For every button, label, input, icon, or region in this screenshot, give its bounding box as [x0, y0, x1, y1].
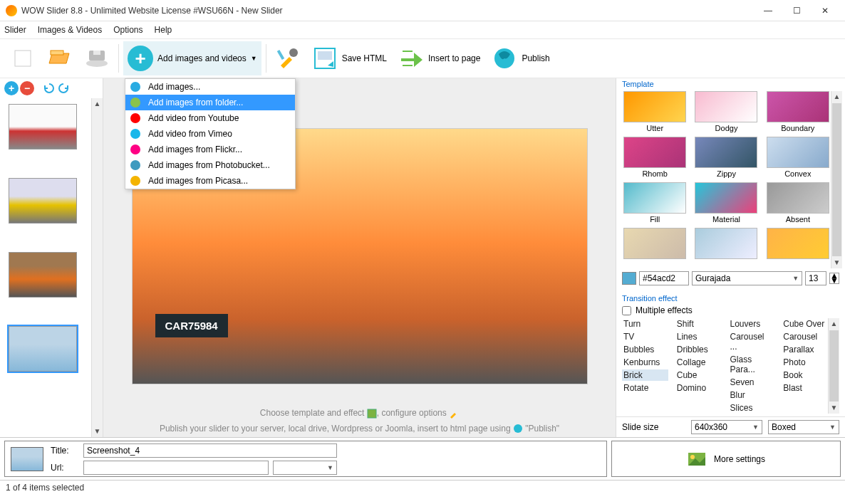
- scroll-down-icon[interactable]: ▼: [92, 426, 103, 437]
- color-input[interactable]: [639, 271, 689, 285]
- thumbnail-item[interactable]: [9, 178, 77, 224]
- slide-caption: CAR75984: [155, 314, 228, 337]
- scroll-up-icon[interactable]: ▲: [829, 318, 839, 330]
- effects-section-label: Transition effect: [616, 293, 845, 303]
- more-settings-button[interactable]: More settings: [611, 441, 841, 477]
- multiple-effects-checkbox[interactable]: [622, 306, 631, 315]
- dropdown-item[interactable]: Add images from Picasa...: [125, 173, 295, 189]
- effect-item[interactable]: Rotate: [622, 382, 668, 394]
- slide-size-row: Slide size 640x360▼ Boxed▼: [616, 416, 845, 437]
- effect-item[interactable]: Book: [782, 369, 828, 381]
- effect-item[interactable]: Parallax: [782, 344, 828, 355]
- template-convex[interactable]: Convex: [765, 137, 831, 178]
- font-select[interactable]: Gurajada▼: [692, 271, 802, 285]
- dropdown-item[interactable]: Add video from Youtube: [125, 110, 295, 126]
- save-button-icon[interactable]: [80, 41, 114, 75]
- dropdown-caret-icon[interactable]: ▼: [251, 55, 257, 62]
- publish-label: Publish: [522, 53, 549, 63]
- thumbnail-item[interactable]: [9, 104, 77, 149]
- effect-item[interactable]: Brick: [622, 369, 668, 381]
- remove-slide-button[interactable]: −: [20, 81, 34, 95]
- window-title: WOW Slider 8.8 - Unlimited Website Licen…: [21, 6, 754, 16]
- maximize-button[interactable]: ☐: [782, 1, 811, 21]
- url-label: Url:: [51, 463, 79, 473]
- effect-item[interactable]: Blast: [782, 382, 828, 394]
- url-input[interactable]: [83, 461, 269, 475]
- scroll-up-icon[interactable]: ▲: [92, 98, 103, 110]
- effect-item[interactable]: Turn: [622, 318, 668, 330]
- menu-item-label: Add video from Vimeo: [148, 129, 232, 139]
- slide-size-select[interactable]: 640x360▼: [691, 420, 762, 434]
- scroll-down-icon[interactable]: ▼: [831, 257, 842, 268]
- template-absent[interactable]: Absent: [765, 182, 831, 224]
- scroll-up-icon[interactable]: ▲: [831, 91, 842, 103]
- effect-item[interactable]: Seven: [729, 377, 775, 388]
- menu-item-icon: [130, 81, 141, 93]
- effect-item[interactable]: Glass Para...: [729, 354, 775, 375]
- dropdown-item[interactable]: Add images...: [125, 79, 295, 95]
- thumbnail-item-selected[interactable]: [9, 326, 77, 372]
- title-input[interactable]: [83, 443, 337, 458]
- rotate-right-button[interactable]: [57, 82, 70, 95]
- template-extra2[interactable]: [693, 228, 759, 261]
- template-dodgy[interactable]: Dodgy: [693, 91, 759, 132]
- new-button[interactable]: [6, 41, 40, 75]
- effect-item[interactable]: Lines: [675, 331, 722, 342]
- effect-item[interactable]: Kenburns: [622, 357, 668, 368]
- effect-item[interactable]: Cube Over: [782, 318, 828, 330]
- tools-button[interactable]: [271, 41, 305, 75]
- effect-item[interactable]: Slices: [729, 402, 775, 414]
- add-slide-button[interactable]: +: [4, 81, 19, 95]
- publish-button[interactable]: Publish: [487, 41, 554, 75]
- effect-item[interactable]: Collage: [675, 357, 722, 368]
- menu-options[interactable]: Options: [113, 25, 142, 35]
- effects-scrollbar[interactable]: ▲ ▼: [828, 318, 839, 414]
- dropdown-item[interactable]: Add images from Photobucket...: [125, 157, 295, 173]
- template-rhomb[interactable]: Rhomb: [622, 137, 688, 178]
- effect-item[interactable]: TV: [622, 331, 668, 342]
- dropdown-item[interactable]: Add video from Vimeo: [125, 126, 295, 142]
- url-target-select[interactable]: ▼: [273, 461, 337, 475]
- dropdown-item[interactable]: Add images from folder...: [125, 95, 295, 110]
- effect-item[interactable]: Photo: [782, 357, 828, 368]
- template-boundary[interactable]: Boundary: [765, 91, 831, 132]
- template-material[interactable]: Material: [693, 182, 759, 224]
- effect-item[interactable]: Shift: [675, 318, 722, 330]
- slide-mode-select[interactable]: Boxed▼: [768, 420, 839, 434]
- fontsize-down[interactable]: ▼: [830, 278, 839, 283]
- template-fill[interactable]: Fill: [622, 182, 688, 224]
- template-extra3[interactable]: [765, 228, 831, 261]
- template-zippy[interactable]: Zippy: [693, 137, 759, 178]
- scroll-down-icon[interactable]: ▼: [829, 402, 839, 414]
- menu-item-icon: [130, 144, 141, 155]
- template-scrollbar[interactable]: ▲ ▼: [831, 91, 842, 268]
- effect-item[interactable]: Domino: [675, 382, 722, 394]
- effect-item[interactable]: Dribbles: [675, 344, 722, 355]
- effect-item[interactable]: Blur: [729, 389, 775, 401]
- effect-item[interactable]: Cube: [675, 369, 722, 381]
- thumbnail-item[interactable]: [9, 252, 77, 298]
- effect-item[interactable]: Louvers: [729, 318, 775, 330]
- close-button[interactable]: ✕: [811, 1, 839, 21]
- thumb-scrollbar[interactable]: ▲ ▼: [91, 98, 103, 437]
- save-html-button[interactable]: Save HTML: [308, 41, 391, 75]
- minimize-button[interactable]: —: [754, 1, 782, 21]
- fontsize-input[interactable]: [805, 271, 826, 285]
- insert-button[interactable]: Insert to page: [394, 41, 484, 75]
- publish-hint-icon: [513, 424, 523, 434]
- menu-images[interactable]: Images & Videos: [38, 25, 103, 35]
- open-button[interactable]: [43, 41, 77, 75]
- color-swatch[interactable]: [622, 272, 636, 285]
- effect-item[interactable]: Carousel ...: [729, 331, 775, 352]
- menu-slider[interactable]: Slider: [4, 25, 26, 35]
- status-text: 1 of 4 items selected: [6, 483, 84, 493]
- effect-item[interactable]: Bubbles: [622, 344, 668, 355]
- template-utter[interactable]: Utter: [622, 91, 688, 132]
- dropdown-item[interactable]: Add images from Flickr...: [125, 142, 295, 157]
- effect-item[interactable]: Carousel: [782, 331, 828, 342]
- save-html-label: Save HTML: [342, 53, 387, 63]
- add-images-button[interactable]: + Add images and videos ▼: [123, 41, 261, 75]
- rotate-left-button[interactable]: [43, 82, 56, 95]
- template-extra1[interactable]: [622, 228, 688, 261]
- menu-help[interactable]: Help: [155, 25, 172, 35]
